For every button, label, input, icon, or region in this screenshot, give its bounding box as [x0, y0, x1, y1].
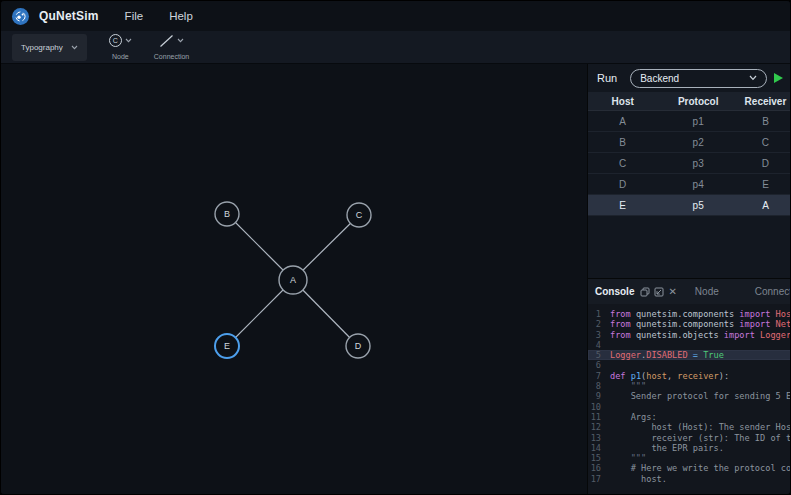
table-cell: E — [588, 200, 657, 211]
code-token: qunetsim.objects — [636, 330, 719, 340]
code-token: host (Host): The sender Host. — [610, 422, 791, 432]
col-header-host: Host — [588, 96, 657, 107]
toolbar: Typography C Node Connection — [1, 31, 791, 64]
node-tool-button[interactable]: C Node — [109, 34, 132, 60]
code-token: Logger — [760, 330, 791, 340]
graph-node-A[interactable]: A — [279, 266, 307, 294]
code-line[interactable]: 6 — [588, 360, 791, 370]
code-line[interactable]: 2from qunetsim.components import Network — [588, 319, 791, 329]
code-token: ): — [719, 371, 729, 381]
chevron-down-icon — [749, 75, 757, 81]
table-cell: C — [588, 158, 657, 169]
code-line[interactable]: 1from qunetsim.components import Host — [588, 309, 791, 319]
code-token: Args: — [610, 412, 657, 422]
run-label: Run — [597, 72, 617, 84]
code-token: import — [734, 309, 775, 319]
code-token: p1 — [631, 371, 641, 381]
line-number: 9 — [588, 391, 610, 401]
connection-tool-button[interactable]: Connection — [154, 34, 189, 60]
chevron-down-icon[interactable] — [125, 38, 132, 43]
app-logo-icon — [12, 8, 29, 25]
graph-node-label: C — [356, 210, 363, 220]
line-number: 7 — [588, 371, 610, 381]
code-line[interactable]: 16 # Here we write the protocol code for… — [588, 463, 791, 473]
code-editor[interactable]: 1from qunetsim.components import Host2fr… — [588, 304, 791, 484]
popout-icon[interactable] — [654, 287, 664, 297]
code-line[interactable]: 7def p1(host, receiver): — [588, 371, 791, 381]
chevron-down-icon[interactable] — [177, 38, 184, 43]
graph-node-E[interactable]: E — [215, 334, 239, 358]
code-token: from — [610, 319, 636, 329]
code-line[interactable]: 12 host (Host): The sender Host. — [588, 422, 791, 432]
graph-node-label: B — [224, 209, 230, 219]
code-line[interactable]: 14 the EPR pairs. — [588, 443, 791, 453]
node-circle-icon: C — [109, 34, 122, 47]
table-cell: p4 — [657, 179, 739, 190]
connection-tool-label: Connection — [154, 53, 189, 60]
table-cell: p2 — [657, 137, 739, 148]
line-number: 1 — [588, 309, 610, 319]
graph-node-label: A — [290, 275, 296, 285]
code-token: qunetsim.components — [636, 309, 734, 319]
code-line[interactable]: 17 host. — [588, 474, 791, 484]
console-tabbar: Console ✕ Node Connection — [588, 279, 791, 304]
network-canvas[interactable]: BCAED — [1, 64, 587, 495]
table-row[interactable]: Ep5A — [588, 195, 791, 216]
graph-node-D[interactable]: D — [346, 334, 370, 358]
code-token: receiver — [677, 371, 718, 381]
app-window: QuNetSim File Help Typography C Node Con… — [0, 0, 791, 495]
menu-item-file[interactable]: File — [125, 10, 144, 22]
code-token: , — [667, 371, 677, 381]
table-row[interactable]: Ap1B — [588, 111, 791, 132]
host-protocol-table: Host Protocol Receiver Ap1BBp2CCp3DDp4EE… — [588, 92, 791, 216]
code-token: True — [703, 350, 724, 360]
code-token: import — [719, 330, 760, 340]
code-line[interactable]: 3from qunetsim.objects import Logger — [588, 330, 791, 340]
tab-console[interactable]: Console — [595, 286, 634, 297]
console-panel: Console ✕ Node Connection 1from qunetsim… — [587, 278, 791, 495]
menu-item-help[interactable]: Help — [169, 10, 193, 22]
code-token: qunetsim.components — [636, 319, 734, 329]
typography-dropdown[interactable]: Typography — [12, 34, 87, 61]
table-cell: p1 — [657, 116, 739, 127]
line-number: 17 — [588, 474, 610, 484]
code-line[interactable]: 11 Args: — [588, 412, 791, 422]
chevron-down-icon — [71, 45, 78, 50]
code-line[interactable]: 15 """ — [588, 453, 791, 463]
code-token: Network — [776, 319, 791, 329]
run-play-button[interactable] — [774, 73, 783, 83]
table-cell: C — [739, 137, 791, 148]
network-graph: BCAED — [1, 64, 587, 495]
code-line[interactable]: 4 — [588, 340, 791, 350]
code-line[interactable]: 5Logger.DISABLED = True — [588, 350, 791, 360]
code-line[interactable]: 9 Sender protocol for sending 5 EPR pair… — [588, 391, 791, 401]
graph-node-label: E — [224, 341, 230, 351]
table-cell: D — [739, 158, 791, 169]
code-line[interactable]: 10 — [588, 402, 791, 412]
code-token: """ — [610, 381, 646, 391]
table-row[interactable]: Cp3D — [588, 153, 791, 174]
code-token: from — [610, 309, 636, 319]
table-cell: B — [739, 116, 791, 127]
tab-node[interactable]: Node — [695, 286, 719, 297]
code-token: host. — [610, 474, 667, 484]
code-token: # Here we write the protocol code for a — [610, 463, 791, 473]
table-row[interactable]: Dp4E — [588, 174, 791, 195]
copy-icon[interactable] — [640, 287, 650, 297]
code-line[interactable]: 13 receiver (str): The ID of the receive… — [588, 433, 791, 443]
table-header-row: Host Protocol Receiver — [588, 92, 791, 111]
line-number: 11 — [588, 412, 610, 422]
graph-node-C[interactable]: C — [347, 203, 371, 227]
backend-select[interactable]: Backend — [630, 69, 767, 88]
code-line[interactable]: 8 """ — [588, 381, 791, 391]
tab-connection[interactable]: Connection — [755, 286, 791, 297]
code-token: Host — [776, 309, 791, 319]
table-cell: D — [588, 179, 657, 190]
code-token: = — [688, 350, 704, 360]
graph-node-B[interactable]: B — [215, 202, 239, 226]
line-number: 6 — [588, 360, 610, 370]
line-number: 4 — [588, 340, 610, 350]
table-row[interactable]: Bp2C — [588, 132, 791, 153]
close-icon[interactable]: ✕ — [668, 287, 676, 297]
line-number: 13 — [588, 433, 610, 443]
